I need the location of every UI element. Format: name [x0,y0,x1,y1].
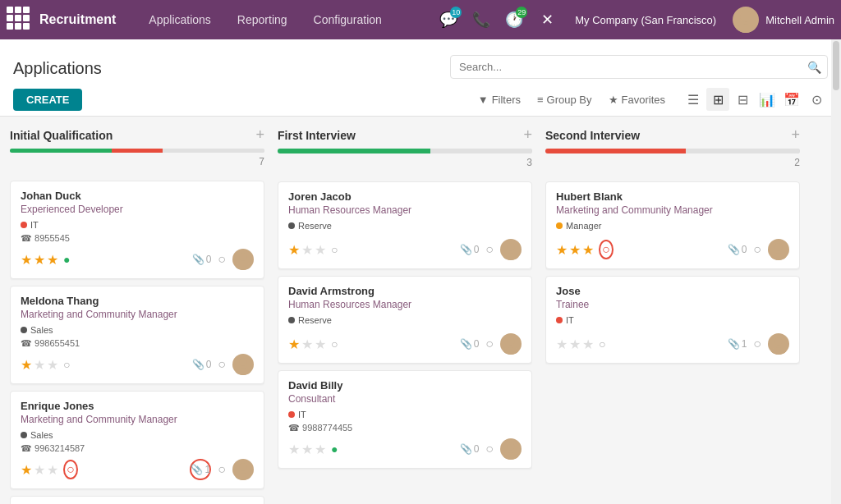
grid-view-icon[interactable]: ⊟ [731,88,754,111]
nav-reporting[interactable]: Reporting [224,0,301,39]
card-role: Consultant [288,393,522,405]
col-title: Initial Qualification [10,129,113,142]
status-icon-red: ○ [599,240,614,259]
scrollbar[interactable] [831,39,841,504]
create-button[interactable]: CREATE [13,89,82,111]
attachment-count-item: 📎 0 [460,443,480,455]
status-icon-gray: ○ [331,337,338,351]
attachment-count-item: 📎 0 [728,244,747,255]
tag-dot [21,222,27,228]
tag-label: IT [298,410,306,419]
kanban-col-second-interview: Second Interview + 2 Hubert Blank Market… [545,126,800,504]
col-add-button[interactable]: + [255,126,264,144]
view-controls: ▼ Filters ≡ Group By ★ Favorites ☰ ⊞ ⊟ 📊… [471,88,828,111]
card-phone: 9988774455 [288,423,522,433]
nav-applications[interactable]: Applications [136,0,224,39]
attachment-count: 0 [206,254,212,265]
card-role: Marketing and Community Manager [21,309,254,320]
apps-menu-icon[interactable] [7,7,33,33]
status-icon-gray: ○ [331,243,338,256]
company-name: My Company (San Francisco) [565,14,726,26]
action-dot: ○ [753,242,761,257]
kanban-card[interactable]: David Billy Consultant IT 9988774455 ★★★… [278,370,532,469]
kanban-card[interactable]: Joren Jacob Human Resources Manager Rese… [278,181,532,269]
card-actions: 📎 0 ○ [192,249,254,270]
card-phone: 998655451 [21,338,254,349]
card-avatar [232,459,254,480]
tag-dot [288,411,295,418]
user-avatar[interactable] [733,7,759,33]
star-3: ★ [47,357,58,373]
close-icon[interactable]: ✕ [532,5,562,34]
col-count: 7 [259,156,264,167]
star-3: ★ [315,242,326,258]
calendar-view-icon[interactable]: 📅 [780,88,803,111]
paperclip-icon: 📎 [192,359,205,370]
circle-icon: ○ [753,242,761,257]
circle-icon: ○ [485,442,494,456]
kanban-card[interactable]: Jose Trainee IT ★★★ ○ 📎 1 ○ [545,276,800,364]
status-icon-green: ● [63,253,70,266]
card-avatar [768,239,789,260]
tag-label: Manager [566,221,601,231]
search-icon[interactable]: 🔍 [807,61,821,74]
card-tag: Sales [21,325,53,335]
attachment-count-item: 📎 0 [192,254,212,265]
scrollbar-thumb[interactable] [833,41,839,90]
card-footer: ★★★ ● 📎 0 ○ [21,249,254,270]
card-tag: Reserve [288,315,332,325]
star-1: ★ [288,442,300,457]
attachment-count: 0 [474,338,480,350]
tag-dot [21,432,27,438]
star-rating: ★★★ [556,242,594,258]
content-header: Applications 🔍 CREATE ▼ Filters ≡ Group … [0,39,841,117]
settings-view-icon[interactable]: ⊙ [805,88,828,111]
chart-view-icon[interactable]: 📊 [756,88,779,111]
kanban-card[interactable]: Meldona Thang Marketing and Community Ma… [10,286,264,384]
action-dot: ○ [485,242,494,257]
favorites-button[interactable]: ★ Favorites [602,90,672,109]
tag-dot [288,317,295,323]
col-header: Initial Qualification + [10,126,264,144]
col-add-button[interactable]: + [523,126,532,144]
kanban-view-icon[interactable]: ⊞ [706,88,729,111]
kanban-cards: Johan Duck Experienced Developer IT 8955… [10,181,264,504]
svg-point-0 [740,11,751,22]
attachment-highlighted[interactable]: 📎 1 [190,459,211,480]
search-input[interactable] [450,55,828,79]
svg-point-11 [503,347,518,355]
messages-icon[interactable]: 💬 10 [434,5,463,34]
kanban-card[interactable]: Johan Duck Experienced Developer IT 8955… [10,181,264,279]
card-role: Human Resources Manager [288,299,522,310]
status-icon-gray: ○ [599,337,605,351]
phone-icon[interactable]: 📞 [466,5,496,34]
svg-point-1 [736,24,756,33]
attachment-count: 0 [474,443,480,455]
card-actions: 📎 0 ○ [460,438,522,460]
card-actions: 📎 0 ○ [192,354,254,375]
circle-icon: ○ [218,357,226,372]
card-footer: ★★★ ○ 📎 0 ○ [21,354,254,375]
col-count: 3 [526,157,532,168]
kanban-card[interactable]: Yin Lee Marketing and Community Manager … [10,496,264,504]
action-dot: ○ [485,442,494,456]
group-by-button[interactable]: ≡ Group By [531,90,599,109]
card-avatar [500,333,522,355]
nav-configuration[interactable]: Configuration [301,0,395,39]
progress-bar [10,149,264,153]
kanban-card[interactable]: Enrique Jones Marketing and Community Ma… [10,391,264,489]
col-add-button[interactable]: + [791,126,800,144]
card-footer: ★★★ ● 📎 0 ○ [288,438,522,460]
star-3: ★ [47,462,58,478]
brand-name: Recruitment [39,12,116,27]
kanban-card[interactable]: Hubert Blank Marketing and Community Man… [545,181,800,269]
list-view-icon[interactable]: ☰ [682,88,705,111]
star-2: ★ [34,252,45,268]
col-title: Second Interview [545,129,640,142]
star-2: ★ [34,357,45,373]
kanban-card[interactable]: David Armstrong Human Resources Manager … [278,276,532,364]
filters-button[interactable]: ▼ Filters [471,90,527,109]
clock-icon[interactable]: 🕐 29 [499,5,529,34]
card-role: Trainee [556,299,789,310]
star-1: ★ [556,337,568,352]
